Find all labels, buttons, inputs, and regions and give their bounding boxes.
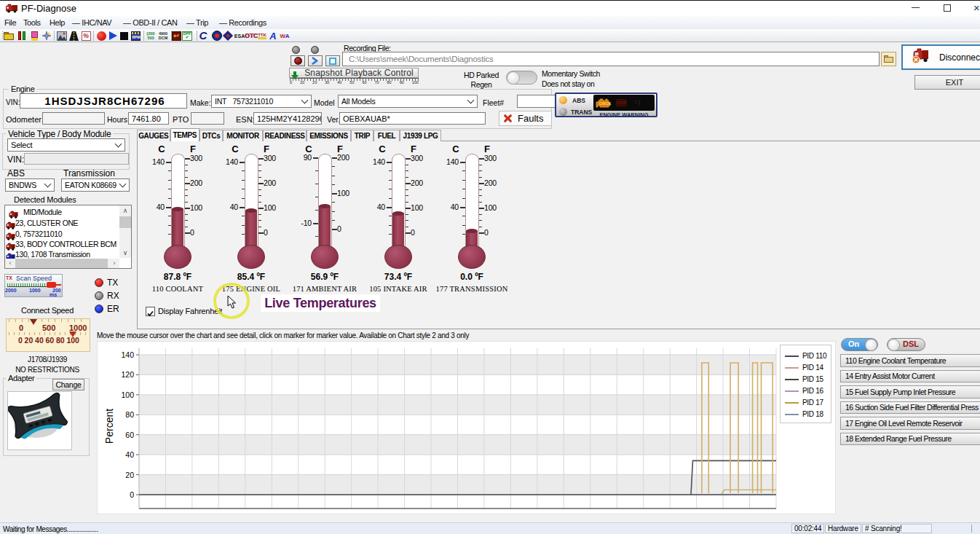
svg-text:140: 140 [121,350,134,359]
svg-text:80: 80 [125,410,134,419]
svg-text:40: 40 [125,450,134,459]
svg-text:100: 100 [121,390,134,399]
svg-text:Percent: Percent [103,409,115,444]
svg-text:20: 20 [125,471,134,479]
svg-text:0: 0 [130,490,134,499]
svg-text:60: 60 [125,431,134,439]
svg-text:120: 120 [121,370,134,379]
svg-text:CHECK: CHECK [599,102,612,106]
